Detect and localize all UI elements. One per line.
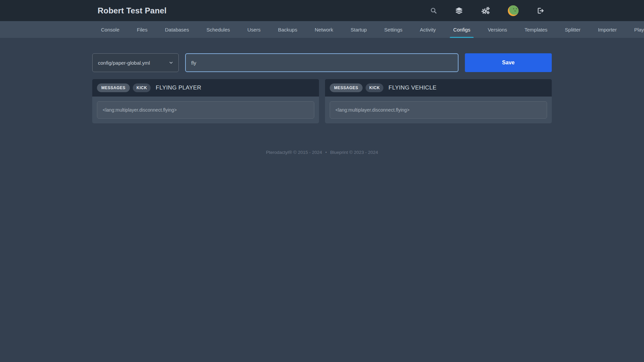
tab-databases[interactable]: Databases [164,21,190,38]
cogs-icon[interactable] [481,7,490,15]
config-card-flying-player: MESSAGES KICK FLYING PLAYER [92,79,319,123]
tab-importer[interactable]: Importer [597,21,618,38]
messages-badge: MESSAGES [330,83,363,92]
avatar-face [509,5,519,15]
sign-out-icon[interactable] [537,7,544,14]
card-body [325,97,552,123]
card-header: MESSAGES KICK FLYING PLAYER [92,79,319,97]
pterodactyl-credit-link[interactable]: Pterodactyl® © 2015 - 2024 [266,150,322,155]
tab-activity[interactable]: Activity [419,21,437,38]
messages-badge: MESSAGES [97,83,130,92]
panel-title: Robert Test Panel [92,6,167,15]
card-header: MESSAGES KICK FLYING VEHICLE [325,79,552,97]
footer-separator: • [325,150,327,155]
flying-player-value-input[interactable] [97,101,314,119]
tab-configs[interactable]: Configs [452,21,471,38]
config-search-input[interactable] [185,53,459,72]
kick-badge: KICK [366,83,383,92]
card-title: FLYING VEHICLE [388,84,436,91]
tab-versions[interactable]: Versions [487,21,508,38]
flying-vehicle-value-input[interactable] [330,101,547,119]
header-icon-bar [430,5,544,16]
config-toolbar: config/paper-global.yml Save [92,53,552,72]
tab-users[interactable]: Users [247,21,261,38]
top-header: Robert Test Panel [0,0,644,21]
blueprint-credit-link[interactable]: Blueprint © 2023 - 2024 [330,150,378,155]
config-file-select-value: config/paper-global.yml [98,60,150,66]
layers-icon[interactable] [455,7,463,14]
tab-templates[interactable]: Templates [524,21,548,38]
tab-schedules[interactable]: Schedules [206,21,230,38]
tab-splitter[interactable]: Splitter [564,21,581,38]
main-content: config/paper-global.yml Save MESSAGES KI… [92,53,552,155]
footer-credits: Pterodactyl® © 2015 - 2024 • Blueprint ©… [92,150,552,155]
tab-players[interactable]: Players [634,21,644,38]
search-icon[interactable] [430,7,437,14]
tab-files[interactable]: Files [136,21,148,38]
card-body [92,97,319,123]
card-title: FLYING PLAYER [156,84,201,91]
config-card-flying-vehicle: MESSAGES KICK FLYING VEHICLE [325,79,552,123]
tab-backups[interactable]: Backups [277,21,298,38]
tab-settings[interactable]: Settings [384,21,403,38]
user-avatar[interactable] [508,5,519,16]
tab-console[interactable]: Console [100,21,120,38]
config-file-select[interactable]: config/paper-global.yml [92,53,179,72]
chevron-down-icon [168,60,174,65]
server-nav-tabs: Console Files Databases Schedules Users … [0,21,644,38]
kick-badge: KICK [133,83,151,92]
config-cards-row: MESSAGES KICK FLYING PLAYER MESSAGES KIC… [92,79,552,123]
save-button[interactable]: Save [465,53,552,72]
tab-startup[interactable]: Startup [350,21,367,38]
tab-network[interactable]: Network [314,21,334,38]
